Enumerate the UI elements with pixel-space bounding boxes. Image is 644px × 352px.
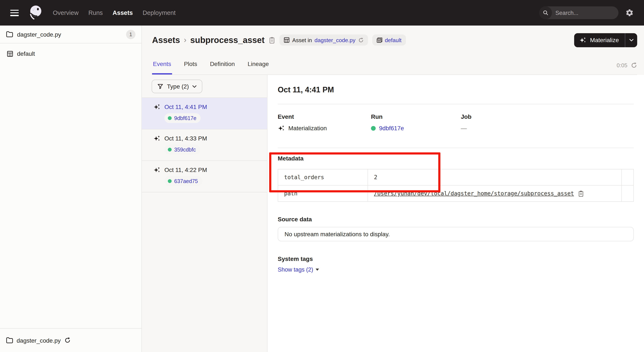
repo-link[interactable]: default: [385, 37, 402, 43]
nav-deployment[interactable]: Deployment: [143, 9, 176, 16]
refresh-countdown: 0:05: [616, 62, 628, 68]
copy-path-icon[interactable]: [578, 190, 584, 197]
event-timestamp-link[interactable]: Oct 11, 4:22 PM: [164, 166, 207, 173]
metadata-path-link[interactable]: /Users/yuhan/dev/local/dagster_home/stor…: [374, 190, 574, 197]
nav-runs[interactable]: Runs: [88, 9, 103, 16]
event-type-value: Materialization: [288, 124, 327, 132]
run-id-link[interactable]: 9dbf617e: [379, 124, 404, 132]
run-status-dot: [371, 126, 376, 130]
job-column-label: Job: [461, 113, 634, 120]
asset-group-icon: [7, 50, 13, 57]
materialization-sparkle-icon: [153, 166, 160, 173]
hamburger-menu-icon[interactable]: [10, 9, 19, 16]
repo-pill: default: [372, 34, 406, 45]
event-detail-title: Oct 11, 4:41 PM: [278, 85, 634, 94]
materialization-sparkle-icon: [278, 125, 285, 131]
metadata-key: path: [278, 185, 368, 202]
run-id-label: 637aed75: [174, 178, 198, 184]
sidebar-item-code-location[interactable]: dagster_code.py 1: [0, 25, 142, 43]
type-filter-label: Type (2): [167, 83, 189, 90]
metadata-value: 2: [368, 169, 622, 185]
copy-asset-name-icon[interactable]: [269, 36, 275, 44]
code-location-sidebar: dagster_code.py 1 default dagster_code.p…: [0, 25, 142, 352]
event-list-item[interactable]: Oct 11, 4:22 PM 637aed75: [142, 161, 267, 192]
sidebar-footer-label: dagster_code.py: [16, 337, 61, 344]
run-status-dot: [168, 179, 172, 183]
caret-down-icon: [316, 269, 319, 271]
breadcrumb-separator: ›: [184, 35, 186, 44]
asset-page-header: Assets › subprocess_asset Asset in dagst…: [142, 25, 644, 75]
events-list-panel: Type (2) Oct 11, 4:41 PM: [142, 75, 268, 352]
asset-tabs: Events Plots Definition Lineage 0:05: [152, 57, 637, 75]
dagster-logo-icon[interactable]: [27, 4, 44, 21]
primary-nav: Overview Runs Assets Deployment: [53, 9, 176, 16]
dagster-app: Overview Runs Assets Deployment / dagste…: [0, 0, 644, 352]
chevron-down-icon: [192, 85, 197, 88]
event-timestamp-link[interactable]: Oct 11, 4:33 PM: [164, 135, 207, 142]
tab-definition[interactable]: Definition: [209, 60, 236, 74]
search-icon: [539, 6, 552, 19]
event-list-item[interactable]: Oct 11, 4:33 PM 359cdbfc: [142, 129, 267, 161]
table-row: total_orders 2: [278, 169, 634, 185]
top-nav: Overview Runs Assets Deployment /: [0, 0, 644, 25]
materialize-button[interactable]: Materialize: [574, 33, 625, 47]
type-filter-button[interactable]: Type (2): [152, 80, 202, 93]
asset-location-link[interactable]: dagster_code.py: [314, 37, 356, 43]
run-status-dot: [168, 148, 172, 152]
metadata-extra-cell: [622, 169, 634, 185]
tab-events[interactable]: Events: [152, 60, 172, 74]
search-input[interactable]: [552, 9, 618, 16]
sidebar-footer-code-location[interactable]: dagster_code.py: [0, 328, 142, 352]
asset-location-prefix: Asset in: [292, 37, 312, 43]
gear-icon[interactable]: [625, 8, 634, 17]
run-id-pill[interactable]: 637aed75: [164, 176, 202, 186]
repo-icon: [376, 37, 382, 43]
materialize-split-button: Materialize: [574, 33, 637, 47]
folder-icon: [6, 31, 13, 37]
run-id-pill[interactable]: 9dbf617e: [164, 113, 200, 123]
run-status-dot: [168, 116, 172, 120]
run-id-label: 9dbf617e: [174, 115, 196, 121]
run-id-pill[interactable]: 359cdbfc: [164, 145, 200, 154]
event-list-item[interactable]: Oct 11, 4:41 PM 9dbf617e: [142, 98, 267, 129]
filter-funnel-icon: [157, 83, 164, 89]
materialization-sparkle-icon: [580, 37, 587, 43]
table-row: path /Users/yuhan/dev/local/dagster_home…: [278, 185, 634, 202]
tab-lineage[interactable]: Lineage: [247, 60, 270, 74]
page-title: subprocess_asset: [190, 35, 264, 45]
search-box[interactable]: /: [539, 6, 618, 19]
system-tags-heading: System tags: [278, 255, 634, 263]
materialization-sparkle-icon: [153, 135, 160, 142]
asset-icon: [284, 37, 290, 43]
sidebar-item-default-group[interactable]: default: [0, 48, 142, 60]
breadcrumb-assets-link[interactable]: Assets: [152, 35, 180, 45]
materialize-label: Materialize: [590, 37, 619, 43]
metadata-extra-cell: [622, 185, 634, 202]
tab-plots[interactable]: Plots: [183, 60, 198, 74]
refresh-icon[interactable]: [631, 62, 637, 68]
sidebar-item-label: dagster_code.py: [17, 31, 61, 38]
nav-assets[interactable]: Assets: [113, 9, 133, 16]
source-data-empty-message: No upstream materializations to display.: [284, 231, 390, 238]
show-tags-label: Show tags (2): [278, 267, 313, 273]
source-data-empty-box: No upstream materializations to display.: [278, 227, 634, 241]
nav-overview[interactable]: Overview: [53, 9, 78, 16]
event-detail-panel: Oct 11, 4:41 PM Event Materialization: [268, 75, 644, 352]
sidebar-item-label: default: [17, 50, 35, 57]
source-data-heading: Source data: [278, 215, 634, 223]
event-timestamp-link[interactable]: Oct 11, 4:41 PM: [164, 103, 207, 110]
metadata-key: total_orders: [278, 169, 368, 185]
materialization-sparkle-icon: [153, 103, 160, 110]
asset-location-pill: Asset in dagster_code.py: [280, 34, 368, 45]
breadcrumb: Assets › subprocess_asset: [152, 35, 264, 45]
run-column-label: Run: [371, 113, 461, 120]
folder-icon: [6, 337, 13, 344]
metadata-heading: Metadata: [278, 154, 634, 162]
run-id-label: 359cdbfc: [174, 147, 196, 153]
reload-icon[interactable]: [64, 337, 70, 344]
metadata-value: /Users/yuhan/dev/local/dagster_home/stor…: [368, 185, 622, 202]
show-tags-toggle[interactable]: Show tags (2): [278, 267, 319, 273]
materialize-dropdown-caret-icon[interactable]: [625, 33, 637, 47]
reload-location-icon[interactable]: [358, 37, 364, 43]
event-column-label: Event: [278, 113, 371, 120]
